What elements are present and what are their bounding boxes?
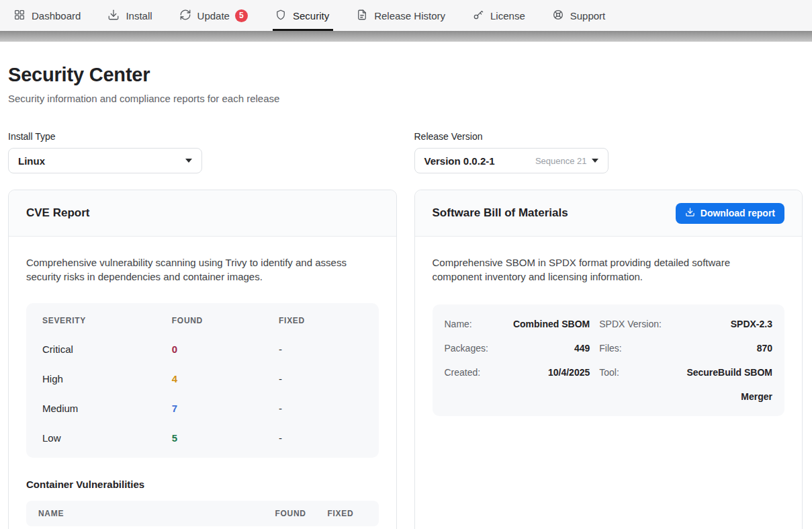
sbom-body: Comprehensive SBOM in SPDX format provid… (415, 237, 803, 434)
download-icon (685, 207, 695, 219)
cards-row: CVE Report Comprehensive vulnerability s… (8, 190, 803, 529)
nav-label: Security (293, 10, 329, 22)
severity-name: High (42, 373, 172, 384)
top-nav: Dashboard Install Update 5 Security Rele… (0, 0, 812, 31)
page-title: Security Center (8, 64, 803, 86)
found-count: 4 (172, 373, 279, 384)
nav-label: Support (570, 10, 606, 22)
sbom-info-grid: Name: Combined SBOM SPDX Version: SPDX-2… (433, 304, 785, 416)
table-row: Medium 7 - (26, 393, 379, 423)
main-content: Security Center Security information and… (0, 42, 812, 529)
download-report-button[interactable]: Download report (676, 203, 784, 224)
nav-label: Dashboard (32, 10, 81, 22)
release-version-filter: Release Version Version 0.0.2-1 Sequence… (414, 131, 803, 173)
chevron-down-icon (185, 159, 192, 163)
sbom-field-label: Created: (445, 360, 488, 409)
refresh-icon (179, 9, 191, 23)
sbom-description: Comprehensive SBOM in SPDX format provid… (433, 255, 782, 284)
sbom-field-value: SecureBuild SBOM Merger (671, 360, 772, 409)
install-type-value: Linux (18, 155, 45, 167)
nav-item-update[interactable]: Update 5 (166, 0, 261, 31)
sequence-label: Sequence 21 (535, 156, 587, 166)
fixed-count: - (279, 373, 362, 384)
sbom-field-label: Name: (445, 312, 488, 336)
cve-report-title: CVE Report (26, 206, 89, 220)
found-count: 7 (172, 403, 279, 414)
install-type-filter: Install Type Linux (8, 131, 397, 173)
nav-label: License (490, 10, 525, 22)
severity-name: Low (42, 432, 172, 444)
cve-report-header: CVE Report (9, 190, 396, 237)
life-buoy-icon (552, 9, 564, 23)
cve-report-body: Comprehensive vulnerability scanning usi… (9, 237, 396, 529)
nav-item-license[interactable]: License (459, 0, 539, 31)
nav-item-install[interactable]: Install (94, 0, 165, 31)
install-type-select[interactable]: Linux (8, 148, 202, 173)
download-icon (107, 9, 120, 23)
sbom-field-value: Combined SBOM (498, 312, 590, 336)
found-count: 0 (172, 343, 279, 355)
sbom-header: Software Bill of Materials Download repo… (415, 190, 803, 237)
col-found: FOUND (172, 316, 279, 325)
header-gradient-band (0, 31, 812, 42)
col-fixed: FIXED (328, 509, 367, 518)
table-row: Critical 0 - (26, 334, 379, 364)
container-vulnerabilities-header: NAME FOUND FIXED (26, 501, 379, 526)
sbom-card: Software Bill of Materials Download repo… (414, 190, 803, 529)
fixed-count: - (279, 403, 362, 414)
chevron-down-icon (592, 159, 598, 163)
sbom-field-label: Tool: (599, 360, 662, 409)
nav-label: Update (197, 10, 230, 22)
key-icon (472, 9, 484, 23)
update-count-badge: 5 (235, 9, 248, 22)
severity-table-header: SEVERITY FOUND FIXED (26, 307, 379, 334)
sbom-field-value: 449 (498, 336, 590, 360)
col-name: NAME (38, 509, 275, 518)
shield-icon (275, 9, 287, 23)
sbom-field-label: Packages: (445, 336, 488, 360)
sbom-title: Software Bill of Materials (433, 206, 568, 220)
cve-report-description: Comprehensive vulnerability scanning usi… (26, 255, 379, 284)
table-row: Low 5 - (26, 423, 379, 452)
filters-row: Install Type Linux Release Version Versi… (8, 131, 803, 173)
found-count: 5 (172, 432, 279, 444)
nav-item-security[interactable]: Security (261, 0, 343, 31)
nav-item-release-history[interactable]: Release History (343, 0, 459, 31)
nav-label: Release History (374, 10, 445, 22)
sbom-field-value: 870 (671, 336, 772, 360)
fixed-count: - (279, 343, 362, 355)
severity-name: Medium (42, 403, 172, 414)
dashboard-icon (13, 9, 26, 23)
sbom-field-value: 10/4/2025 (498, 360, 590, 409)
file-text-icon (356, 9, 368, 23)
nav-item-support[interactable]: Support (539, 0, 619, 31)
severity-table: SEVERITY FOUND FIXED Critical 0 - High 4… (26, 303, 379, 458)
nav-label: Install (126, 10, 152, 22)
release-version-select[interactable]: Version 0.0.2-1 Sequence 21 (414, 148, 608, 173)
col-fixed: FIXED (279, 316, 362, 325)
severity-name: Critical (42, 343, 172, 355)
fixed-count: - (279, 432, 362, 444)
release-version-label: Release Version (414, 131, 803, 142)
col-found: FOUND (275, 509, 328, 518)
page-subtitle: Security information and compliance repo… (8, 93, 803, 104)
nav-item-dashboard[interactable]: Dashboard (0, 0, 94, 31)
sbom-field-label: Files: (599, 336, 662, 360)
table-row: High 4 - (26, 364, 379, 393)
download-report-label: Download report (701, 208, 775, 218)
sbom-field-label: SPDX Version: (599, 312, 662, 336)
col-severity: SEVERITY (42, 316, 172, 325)
release-version-value: Version 0.0.2-1 (424, 155, 495, 167)
install-type-label: Install Type (8, 131, 397, 142)
cve-report-card: CVE Report Comprehensive vulnerability s… (8, 190, 397, 529)
sbom-field-value: SPDX-2.3 (671, 312, 772, 336)
container-vulnerabilities-title: Container Vulnerabilities (26, 479, 379, 490)
